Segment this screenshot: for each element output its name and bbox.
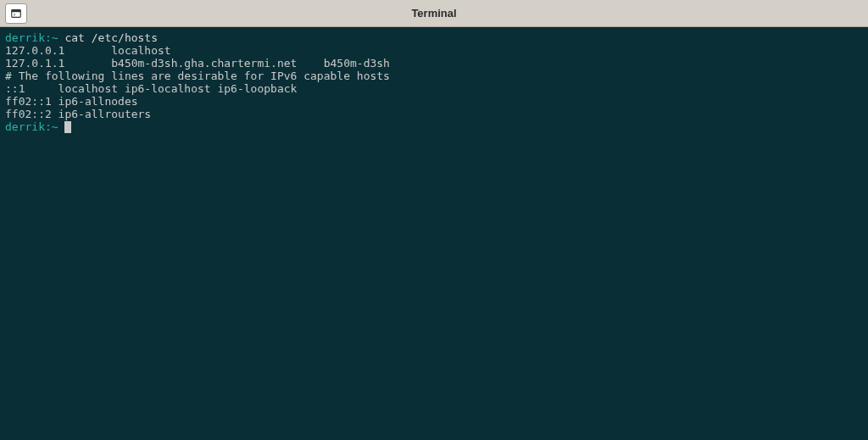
command-text: cat /etc/hosts: [58, 31, 158, 44]
output-line: 127.0.1.1 b450m-d3sh.gha.chartermi.net b…: [5, 58, 863, 70]
terminal-output[interactable]: derrik:~ cat /etc/hosts127.0.0.1 localho…: [0, 27, 868, 440]
cursor: [64, 121, 71, 133]
terminal-tab-icon: [10, 8, 22, 19]
output-line: ::1 localhost ip6-localhost ip6-loopback: [5, 83, 863, 96]
output-line: 127.0.0.1 localhost: [5, 45, 863, 58]
output-line: ff02::1 ip6-allnodes: [5, 96, 863, 109]
titlebar: Terminal: [0, 0, 868, 27]
window-title: Terminal: [411, 7, 456, 19]
svg-rect-1: [12, 9, 21, 12]
shell-prompt: derrik:~: [5, 120, 58, 133]
new-tab-button[interactable]: [5, 3, 27, 24]
output-line: # The following lines are desirable for …: [5, 70, 863, 83]
output-line: ff02::2 ip6-allrouters: [5, 109, 863, 121]
shell-prompt: derrik:~: [5, 31, 58, 44]
